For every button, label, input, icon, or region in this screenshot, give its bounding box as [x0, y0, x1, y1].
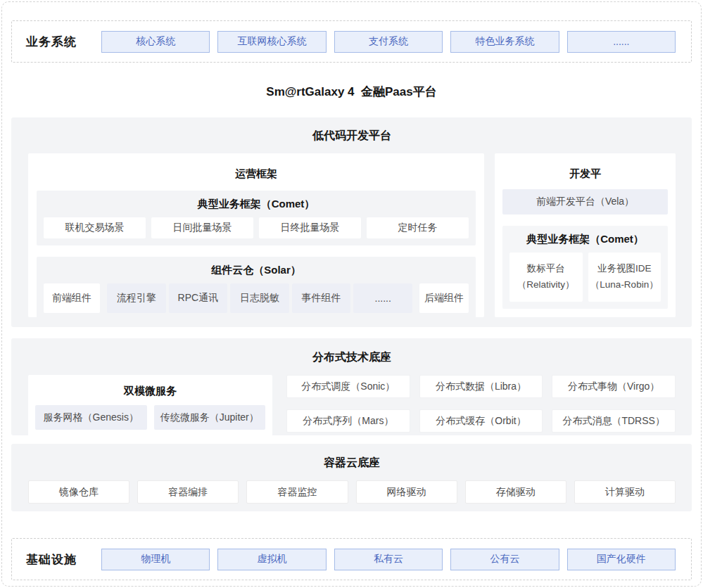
node-luna-robin-ide: 业务视图IDE （Luna-Robin）	[588, 253, 661, 302]
node-network-driver: 网络驱动	[356, 480, 457, 504]
architecture-diagram: 业务系统 核心系统 互联网核心系统 支付系统 特色业务系统 ...... Sm@…	[1, 1, 702, 587]
business-systems-row: 业务系统 核心系统 互联网核心系统 支付系统 特色业务系统 ......	[11, 20, 692, 63]
comet-scenes-list: 联机交易场景 日间批量场景 日终批量场景 定时任务	[44, 217, 469, 238]
infrastructure-label: 基础设施	[26, 551, 101, 568]
container-base-title: 容器云底座	[28, 456, 676, 471]
node-genesis-service-mesh: 服务网格（Genesis）	[35, 405, 147, 430]
node-more-systems: ......	[567, 31, 676, 53]
distributed-base-body: 双模微服务 服务网格（Genesis） 传统微服务（Jupiter） 分布式调度…	[28, 375, 676, 437]
dev-platform-panel: 开发平 前端开发平台（Vela） 典型业务框架（Comet） 数标平台 （Rel…	[495, 153, 676, 317]
node-mars-sequence: 分布式序列（Mars）	[286, 409, 410, 433]
solar-title: 组件云仓（Solar）	[44, 264, 469, 277]
node-online-transaction-scene: 联机交易场景	[44, 217, 146, 238]
node-public-cloud: 公有云	[450, 549, 559, 570]
node-scheduled-task: 定时任务	[367, 217, 469, 238]
dev-platform-title: 开发平	[502, 162, 668, 189]
container-base-list: 镜像仓库 容器编排 容器监控 网络驱动 存储驱动 计算驱动	[28, 480, 676, 504]
node-physical-machine: 物理机	[101, 549, 210, 570]
node-jupiter-microservice: 传统微服务（Jupiter）	[154, 405, 266, 430]
node-special-business-system: 特色业务系统	[450, 31, 559, 53]
node-image-registry: 镜像仓库	[28, 480, 129, 504]
node-internet-core-system: 互联网核心系统	[217, 31, 326, 53]
solar-components-list: 前端组件 流程引擎 RPC通讯 日志脱敏 事件组件 ...... 后端组件	[44, 283, 469, 313]
node-log-masking: 日志脱敏	[230, 283, 289, 313]
low-code-platform-body: 运营框架 典型业务框架（Comet） 联机交易场景 日间批量场景 日终批量场景 …	[28, 153, 676, 317]
comet-framework-title: 典型业务框架（Comet）	[44, 198, 469, 211]
distributed-base-section: 分布式技术底座 双模微服务 服务网格（Genesis） 传统微服务（Jupite…	[11, 338, 692, 435]
infrastructure-list: 物理机 虚拟机 私有云 公有云 国产化硬件	[101, 549, 676, 570]
node-virtual-machine: 虚拟机	[217, 549, 326, 570]
solar-component-subpanel: 组件云仓（Solar） 前端组件 流程引擎 RPC通讯 日志脱敏 事件组件 ..…	[37, 257, 476, 320]
distributed-services-list: 分布式调度（Sonic） 分布式数据（Libra） 分布式事物（Virgo） 分…	[286, 375, 676, 437]
node-orbit-cache: 分布式缓存（Orbit）	[419, 409, 543, 433]
dev-comet-title: 典型业务框架（Comet）	[509, 233, 661, 246]
comet-framework-subpanel: 典型业务框架（Comet） 联机交易场景 日间批量场景 日终批量场景 定时任务	[37, 191, 476, 245]
dev-comet-list: 数标平台 （Relativity） 业务视图IDE （Luna-Robin）	[509, 253, 661, 302]
node-domestic-hardware: 国产化硬件	[567, 549, 676, 570]
infrastructure-row: 基础设施 物理机 虚拟机 私有云 公有云 国产化硬件	[11, 538, 692, 580]
node-private-cloud: 私有云	[334, 549, 443, 570]
node-core-system: 核心系统	[101, 31, 210, 53]
node-virgo-transaction: 分布式事物（Virgo）	[552, 375, 676, 398]
business-systems-label: 业务系统	[26, 34, 101, 50]
dual-mode-microservice-panel: 双模微服务 服务网格（Genesis） 传统微服务（Jupiter）	[28, 375, 272, 437]
low-code-platform-section: 低代码开发平台 运营框架 典型业务框架（Comet） 联机交易场景 日间批量场景…	[11, 117, 692, 327]
low-code-platform-title: 低代码开发平台	[28, 129, 676, 143]
ops-framework-title: 运营框架	[37, 162, 476, 191]
node-process-engine: 流程引擎	[107, 283, 166, 313]
platform-title: Sm@rtGalaxy 4 金融Paas平台	[11, 84, 692, 100]
node-container-monitoring: 容器监控	[246, 480, 348, 504]
ops-framework-panel: 运营框架 典型业务框架（Comet） 联机交易场景 日间批量场景 日终批量场景 …	[28, 153, 484, 317]
node-eod-batch-scene: 日终批量场景	[259, 217, 361, 238]
node-vela-frontend-platform: 前端开发平台（Vela）	[502, 189, 668, 215]
container-base-section: 容器云底座 镜像仓库 容器编排 容器监控 网络驱动 存储驱动 计算驱动	[11, 444, 692, 511]
node-sonic-scheduling: 分布式调度（Sonic）	[286, 375, 410, 398]
node-container-orchestration: 容器编排	[137, 480, 239, 504]
node-rpc-communication: RPC通讯	[169, 283, 228, 313]
node-compute-driver: 计算驱动	[574, 480, 676, 504]
node-tdrss-message: 分布式消息（TDRSS）	[552, 409, 676, 433]
node-event-component: 事件组件	[292, 283, 351, 313]
node-more-components: ......	[353, 283, 412, 313]
node-daytime-batch-scene: 日间批量场景	[151, 217, 253, 238]
business-systems-list: 核心系统 互联网核心系统 支付系统 特色业务系统 ......	[101, 31, 676, 53]
node-libra-data: 分布式数据（Libra）	[419, 375, 543, 398]
dev-comet-subpanel: 典型业务框架（Comet） 数标平台 （Relativity） 业务视图IDE …	[502, 226, 668, 309]
dual-mode-title: 双模微服务	[35, 382, 265, 405]
node-backend-component: 后端组件	[419, 283, 469, 313]
node-storage-driver: 存储驱动	[465, 480, 566, 504]
node-payment-system: 支付系统	[334, 31, 443, 53]
distributed-base-title: 分布式技术底座	[28, 350, 676, 365]
node-frontend-component: 前端组件	[44, 283, 100, 313]
node-relativity-platform: 数标平台 （Relativity）	[509, 253, 583, 302]
dual-mode-list: 服务网格（Genesis） 传统微服务（Jupiter）	[35, 405, 265, 430]
